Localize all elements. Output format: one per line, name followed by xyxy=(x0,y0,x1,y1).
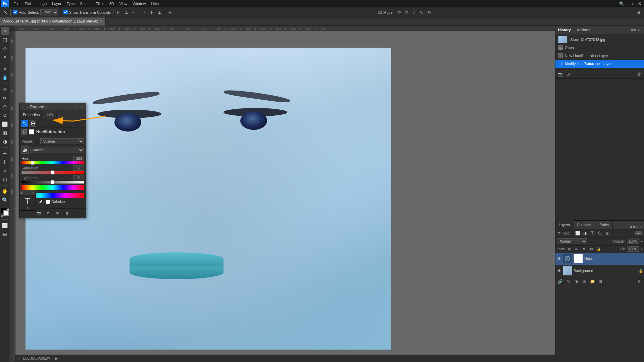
fill-arrow[interactable]: ▾ xyxy=(641,247,643,251)
align-center-h-icon[interactable]: ⊥ xyxy=(123,9,129,15)
align-left-icon[interactable]: ⊢ xyxy=(116,9,122,15)
panel-close-btn[interactable]: ✕ xyxy=(637,28,641,32)
window-close-icon[interactable]: ✕ xyxy=(637,1,643,7)
lightness-slider-handle[interactable] xyxy=(51,180,54,184)
brush-tool[interactable]: ✏ xyxy=(1,94,9,102)
preset-dropdown[interactable]: Custom xyxy=(40,138,84,144)
canvas-area[interactable]: 2100 2150 2200 2250 2300 2350 2400 2450 … xyxy=(10,25,555,362)
eyedropper-subtract-btn[interactable]: - xyxy=(38,198,44,205)
mini-expand-icon[interactable]: ⊞ xyxy=(20,191,23,194)
menu-file[interactable]: File xyxy=(11,1,22,6)
align-right-icon[interactable]: ⊣ xyxy=(131,9,137,15)
hand-tool[interactable]: ✋ xyxy=(1,187,9,195)
lock-all-btn[interactable]: 🔒 xyxy=(596,246,602,252)
wand-tool[interactable]: ✦ xyxy=(1,53,9,61)
history-item-modify-huesat[interactable]: Modify Hue/Saturation Layer xyxy=(555,60,644,68)
menu-filter[interactable]: Filter xyxy=(93,1,106,6)
3d-roll-icon[interactable]: ↻ xyxy=(404,9,410,15)
layers-tab[interactable]: Layers xyxy=(555,220,574,229)
lock-artboard-btn[interactable]: ⊡ xyxy=(588,246,594,252)
window-maximize-icon[interactable]: □ xyxy=(631,1,637,7)
menu-layer[interactable]: Layer xyxy=(49,1,64,6)
menu-edit[interactable]: Edit xyxy=(22,1,34,6)
add-mask-btn[interactable]: ◑ xyxy=(573,278,580,285)
eraser-tool[interactable]: ⬜ xyxy=(1,120,9,128)
lightness-slider-track[interactable] xyxy=(21,181,84,184)
status-arrow[interactable]: ▶ xyxy=(55,357,58,360)
adjustment-icon[interactable] xyxy=(21,120,28,127)
hand-sample-btn[interactable] xyxy=(21,146,29,154)
3d-scale-icon[interactable]: ⟲ xyxy=(426,9,432,15)
mini-panel-titlebar[interactable]: ⊞ ✕ xyxy=(19,190,36,196)
fill-input[interactable] xyxy=(627,246,639,252)
lock-position-btn[interactable]: ⊕ xyxy=(581,246,587,252)
panel-menu-icon[interactable]: ≡ xyxy=(80,105,84,109)
lock-paint-btn[interactable]: ✏ xyxy=(574,246,580,252)
background-layer-eye[interactable]: 👁 xyxy=(557,268,561,273)
dodge-tool[interactable]: ◑ xyxy=(1,138,9,146)
link-layers-btn[interactable]: 🔗 xyxy=(557,278,563,285)
text-tool[interactable]: T xyxy=(1,158,9,166)
workspace-icon[interactable]: ⊞ xyxy=(636,9,642,15)
history-create-snapshot-btn[interactable]: 📷 xyxy=(557,71,563,77)
show-transform-checkbox[interactable] xyxy=(63,10,68,14)
panel-close-icon[interactable] xyxy=(26,105,28,108)
menu-3d[interactable]: 3D xyxy=(107,1,117,6)
screen-mode-toggle[interactable]: ⊟ xyxy=(1,230,9,238)
paths-tab[interactable]: Paths xyxy=(596,220,613,229)
default-colors-icon[interactable]: ⊠ xyxy=(1,215,3,218)
saturation-slider-handle[interactable] xyxy=(51,170,54,174)
crop-tool[interactable]: ⌗ xyxy=(1,65,9,73)
filter-type-icon[interactable]: T xyxy=(589,230,595,236)
colorize-checkbox[interactable] xyxy=(46,200,50,204)
history-item-snapshot[interactable]: iStock-614737048.jpg xyxy=(555,36,644,44)
saturation-slider-track[interactable] xyxy=(21,171,84,174)
3d-rotate-icon[interactable]: ↺ xyxy=(396,9,402,15)
move-tool-icon[interactable]: ↖ xyxy=(2,9,8,15)
layer-item-huesat[interactable]: 👁 Hue/... xyxy=(555,253,644,265)
delete-adjustment-btn[interactable]: 🗑 xyxy=(63,210,70,217)
canvas-background[interactable] xyxy=(15,31,555,362)
menu-select[interactable]: Select xyxy=(78,1,93,6)
blend-mode-dropdown[interactable]: Normal xyxy=(557,238,587,244)
add-layer-style-btn[interactable]: fx xyxy=(565,278,572,285)
3d-pan-icon[interactable]: ⤢ xyxy=(411,9,417,15)
align-top-icon[interactable]: ⊤ xyxy=(142,9,148,15)
properties-tab[interactable]: Properties xyxy=(19,110,43,119)
channel-dropdown[interactable]: Master xyxy=(30,147,84,153)
3d-slide-icon[interactable]: ⤡ xyxy=(418,9,425,15)
active-tab[interactable]: iStock-614737048.jpg @ 39% (Hue/Saturati… xyxy=(0,17,106,25)
clone-tool[interactable]: ⊕ xyxy=(1,103,9,111)
mini-close-icon[interactable]: ✕ xyxy=(32,191,35,194)
history-item-open[interactable]: Open xyxy=(555,44,644,52)
actions-panel-title[interactable]: Actions xyxy=(577,28,590,32)
search-icon[interactable]: 🔍 xyxy=(618,1,625,7)
info-tab[interactable]: Info xyxy=(43,110,56,119)
menu-image[interactable]: Image xyxy=(34,1,50,6)
layers-panel-menu-btn[interactable]: ≡ xyxy=(639,224,644,229)
layer-item-background[interactable]: 👁 Background 🔒 xyxy=(555,265,644,277)
zoom-tool[interactable]: 🔍 xyxy=(1,196,9,204)
opacity-arrow[interactable]: ▾ xyxy=(641,240,643,243)
new-snapshot-btn[interactable]: 📷 xyxy=(35,210,42,217)
panel-pin-icon[interactable] xyxy=(21,105,24,108)
spot-heal-tool[interactable]: ⊗ xyxy=(1,85,9,93)
mask-icon[interactable] xyxy=(30,120,36,127)
align-center-v-icon[interactable]: ⊦ xyxy=(149,9,155,15)
menu-window[interactable]: Window xyxy=(130,1,148,6)
create-adjustment-btn[interactable]: ⊕ xyxy=(581,278,588,285)
history-new-doc-btn[interactable]: ⊞ xyxy=(565,71,572,77)
gradient-tool[interactable]: ▦ xyxy=(1,129,9,137)
layers-panel-collapse-btn[interactable]: ◀◀ xyxy=(630,224,635,229)
lock-transparent-btn[interactable]: ⊞ xyxy=(566,246,572,252)
align-bottom-icon[interactable]: ⊥ xyxy=(156,9,162,15)
history-item-new-huesat[interactable]: New Hue/Saturation Layer xyxy=(555,52,644,60)
quick-mask-toggle[interactable]: ⬜ xyxy=(1,221,9,229)
opacity-input[interactable] xyxy=(627,239,639,244)
menu-help[interactable]: Help xyxy=(149,1,162,6)
create-group-btn[interactable]: 📁 xyxy=(589,278,596,285)
lasso-tool[interactable]: ⊙ xyxy=(1,44,9,52)
filter-smart-icon[interactable]: ⊕ xyxy=(604,230,610,236)
background-color-swatch[interactable] xyxy=(3,210,9,216)
delete-layer-btn[interactable]: 🗑 xyxy=(636,278,643,285)
